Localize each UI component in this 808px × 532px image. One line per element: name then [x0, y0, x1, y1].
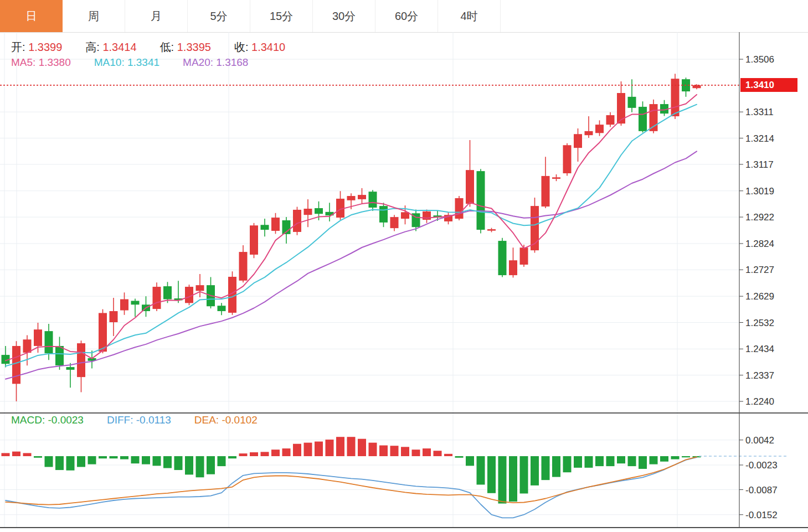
candle-body [369, 192, 377, 208]
ma10-line [6, 105, 697, 366]
diff-line [6, 457, 697, 518]
macd-hist-bar [606, 456, 615, 466]
readout-item: DIFF: -0.0113 [107, 414, 171, 426]
candle-body [574, 134, 582, 148]
macd-hist-bar [520, 456, 528, 493]
candle-body [131, 301, 140, 304]
macd-hist-bar [45, 456, 53, 467]
macd-hist-bar [153, 456, 161, 466]
macd-hist-bar [55, 456, 64, 470]
candle-body [358, 195, 366, 199]
candle-body [196, 285, 204, 291]
candle-body [55, 346, 64, 365]
macd-hist-bar [34, 456, 42, 458]
macd-hist-bar [207, 456, 215, 474]
macd-hist-bar [390, 446, 399, 456]
macd-hist-bar [477, 456, 485, 484]
trading-chart-app: 日周月5分15分30分60分4时 开: 1.3399高: 1.3414低: 1.… [0, 0, 808, 532]
candle-body [315, 208, 323, 214]
candle-body [293, 210, 301, 232]
macd-hist-bar [542, 456, 550, 480]
macd-hist-bar [336, 437, 344, 456]
macd-hist-bar [99, 456, 107, 458]
candlestick-chart-canvas[interactable]: 1.35061.33111.32141.31171.30191.29221.28… [0, 0, 808, 532]
macd-hist-bar [552, 456, 560, 477]
macd-hist-bar [12, 452, 20, 456]
macd-hist-bar [574, 456, 582, 468]
macd-hist-bar [326, 440, 334, 456]
price-axis-label: 1.3117 [745, 159, 774, 170]
candle-body [153, 287, 161, 309]
macd-hist-bar [498, 456, 507, 504]
candle-body [379, 206, 388, 223]
macd-hist-bar [120, 456, 128, 459]
candle-body [520, 247, 528, 265]
last-price-badge: 1.3410 [740, 78, 797, 92]
macd-hist-bar [466, 456, 474, 466]
candle-body [693, 85, 701, 88]
macd-axis-label: 0.0042 [745, 435, 774, 446]
macd-hist-bar [412, 450, 420, 456]
candle-body [650, 104, 658, 131]
candle-body [628, 97, 636, 108]
candle-body [304, 209, 312, 215]
price-axis-label: 1.2434 [745, 344, 774, 354]
macd-hist-bar [358, 439, 366, 456]
candle-body [639, 107, 647, 131]
price-axis-label: 1.2727 [745, 265, 774, 275]
readout-item: 高: 1.3414 [85, 41, 136, 53]
candle-body [477, 171, 485, 230]
macd-hist-bar [423, 448, 431, 456]
macd-hist-bar [77, 456, 85, 467]
candle-body [498, 241, 507, 275]
macd-axis-label: -0.0087 [745, 485, 778, 495]
macd-hist-bar [617, 456, 625, 463]
dea-line [6, 457, 697, 504]
macd-hist-bar [434, 451, 442, 456]
macd-hist-bar [595, 456, 604, 466]
macd-hist-bar [585, 456, 593, 468]
candle-body [239, 252, 248, 281]
price-axis-label: 1.2922 [745, 212, 774, 223]
price-axis-label: 1.2337 [745, 370, 774, 381]
candle-body [110, 311, 118, 322]
macd-hist-bar [23, 453, 32, 456]
candle-body [163, 286, 172, 299]
macd-axis-label: -0.0023 [745, 460, 778, 471]
candle-body [595, 125, 604, 133]
candle-body [261, 225, 269, 230]
macd-hist-bar [650, 456, 658, 464]
candle-body [455, 198, 464, 219]
macd-hist-bar [174, 456, 183, 470]
macd-hist-bar [682, 456, 690, 457]
candle-body [77, 343, 85, 377]
macd-hist-bar [110, 456, 118, 458]
candle-body [671, 79, 680, 116]
candle-body [120, 299, 128, 311]
candle-body [606, 115, 615, 125]
macd-hist-bar [131, 456, 140, 463]
macd-hist-bar [639, 456, 647, 469]
macd-hist-bar [660, 456, 668, 462]
macd-hist-bar [531, 456, 539, 485]
macd-hist-bar [444, 454, 452, 456]
macd-hist-bar [671, 456, 680, 459]
macd-hist-bar [218, 456, 226, 466]
candle-body [66, 367, 75, 370]
macd-hist-bar [347, 437, 356, 456]
readout-item: 开: 1.3399 [11, 41, 62, 53]
candle-body [34, 329, 42, 346]
macd-axis-label: -0.0152 [745, 510, 778, 520]
macd-hist-bar [228, 456, 236, 458]
macd-hist-bar [250, 452, 258, 456]
price-axis-label: 1.2629 [745, 291, 774, 302]
price-axis-label: 1.2240 [745, 396, 774, 407]
price-axis-label: 1.2532 [745, 318, 774, 328]
macd-hist-bar [455, 456, 464, 458]
macd-readout: MACD: -0.0023DIFF: -0.0113DEA: -0.0102 [11, 414, 281, 426]
ma-readout: MA5: 1.3380MA10: 1.3341MA20: 1.3168 [11, 56, 271, 69]
candle-body [12, 346, 20, 384]
macd-hist-bar [261, 452, 269, 456]
candle-body [466, 170, 474, 204]
macd-hist-bar [66, 456, 75, 471]
